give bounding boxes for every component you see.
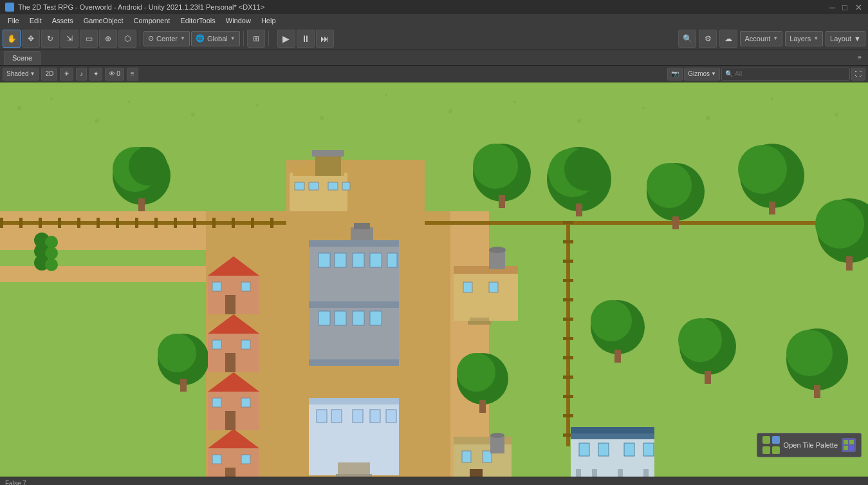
menu-assets[interactable]: Assets [47,15,78,26]
audio-button[interactable]: ♪ [76,68,87,81]
transform-tool[interactable]: ⊕ [99,30,117,48]
cloud-button[interactable]: ☁ [719,30,737,48]
scene-tab-options: ≡ [855,53,864,62]
pause-button[interactable]: ⏸ [297,30,315,48]
svg-rect-46 [563,337,573,340]
svg-rect-147 [468,321,491,325]
svg-rect-32 [154,218,158,228]
svg-rect-111 [354,223,370,229]
svg-rect-95 [309,182,319,190]
svg-rect-164 [576,469,581,477]
svg-point-13 [706,116,710,120]
svg-point-3 [95,119,98,123]
svg-point-70 [738,145,787,194]
svg-point-64 [564,148,607,191]
svg-rect-100 [319,253,330,267]
2d-button[interactable]: 2D [41,68,57,81]
layers-dropdown[interactable]: Layers ▼ [785,31,823,46]
svg-rect-74 [614,350,621,363]
svg-rect-112 [309,359,399,366]
svg-point-67 [647,163,692,208]
scene-search[interactable]: 🔍 All [721,68,850,81]
svg-rect-125 [212,282,221,291]
hidden-count: 0 [116,70,120,77]
camera-button[interactable]: 📷 [667,68,683,81]
global-label: Global [207,35,228,43]
svg-point-1 [17,106,21,110]
menu-window[interactable]: Window [221,15,256,26]
svg-rect-107 [335,311,346,325]
svg-rect-90 [290,173,347,211]
menu-edit[interactable]: Edit [24,15,47,26]
svg-rect-96 [328,182,338,190]
menu-component[interactable]: Component [128,15,175,26]
tile-palette-label: Open Tile Palette [784,441,838,449]
svg-rect-37 [251,218,254,228]
search-button[interactable]: 🔍 [678,30,696,48]
2d-label: 2D [45,70,53,77]
svg-rect-108 [353,311,364,325]
game-world-svg [0,82,868,477]
scene-tabbar: Scene ≡ [0,50,868,66]
scene-viewport[interactable]: Open Tile Palette [0,82,868,477]
menu-editortools[interactable]: EditorTools [175,15,220,26]
gizmos-dropdown[interactable]: Gizmos ▼ [684,68,720,81]
settings-button[interactable]: ⚙ [699,30,717,48]
search-placeholder: All [735,70,742,77]
svg-rect-17 [0,266,206,282]
center-dropdown[interactable]: ⊙ Center ▼ [143,31,190,46]
svg-rect-80 [814,385,820,398]
rect-tool[interactable]: ▭ [80,30,98,48]
hand-tool[interactable]: ✋ [3,30,21,48]
tile-palette-icon[interactable] [842,438,856,452]
minimize-button[interactable]: ─ [829,3,837,11]
editor-tool[interactable]: ⬡ [118,30,136,48]
layout-dropdown[interactable]: Layout ▼ [826,31,865,46]
rotate-tool[interactable]: ↻ [41,30,59,48]
account-label: Account [744,35,770,43]
svg-rect-118 [370,410,380,423]
svg-point-76 [678,318,722,362]
move-tool[interactable]: ✥ [22,30,40,48]
svg-rect-139 [225,468,235,477]
svg-rect-152 [462,451,471,462]
svg-rect-42 [563,260,573,263]
scene-toolbar: Shaded ▼ 2D ☀ ♪ ✦ 👁 0 ≡ 📷 Gizmos ▼ 🔍 All… [0,66,868,82]
play-button[interactable]: ▶ [277,30,295,48]
svg-rect-33 [174,218,177,228]
svg-rect-94 [295,182,304,190]
lighting-button[interactable]: ☀ [60,68,73,81]
svg-rect-45 [563,318,573,321]
scale-tool[interactable]: ⇲ [60,30,78,48]
menu-gameobject[interactable]: GameObject [78,15,129,26]
fullscreen-button[interactable]: ⛶ [851,68,865,81]
scene-options-button[interactable]: ≡ [855,53,864,62]
step-button[interactable]: ⏭ [316,30,334,48]
scene-tab[interactable]: Scene [4,51,41,65]
svg-point-4 [127,100,130,103]
svg-rect-117 [353,410,363,423]
svg-rect-99 [309,240,399,247]
separator-3 [268,31,269,46]
grid-button[interactable]: ⊞ [247,30,265,48]
effects-button[interactable]: ✦ [89,68,102,81]
svg-point-156 [490,433,504,438]
svg-rect-68 [672,216,679,229]
svg-rect-165 [592,469,597,477]
svg-point-8 [385,94,387,97]
close-button[interactable]: ✕ [855,3,863,11]
svg-rect-65 [576,204,582,216]
app-icon [5,3,14,12]
menu-help[interactable]: Help [256,15,281,26]
account-dropdown[interactable]: Account ▼ [740,31,782,46]
svg-rect-24 [0,218,3,228]
status-bar: False 7 [0,477,868,485]
global-dropdown[interactable]: 🌐 Global ▼ [191,31,240,46]
tile-palette-popup[interactable]: Open Tile Palette [757,433,862,457]
shading-dropdown[interactable]: Shaded ▼ [3,68,39,81]
menu-file[interactable]: File [3,15,24,26]
hidden-layers-button[interactable]: 👁 0 [105,68,124,81]
scene-layers-button[interactable]: ≡ [127,68,138,81]
maximize-button[interactable]: □ [842,3,850,11]
center-label: Center [156,35,178,43]
